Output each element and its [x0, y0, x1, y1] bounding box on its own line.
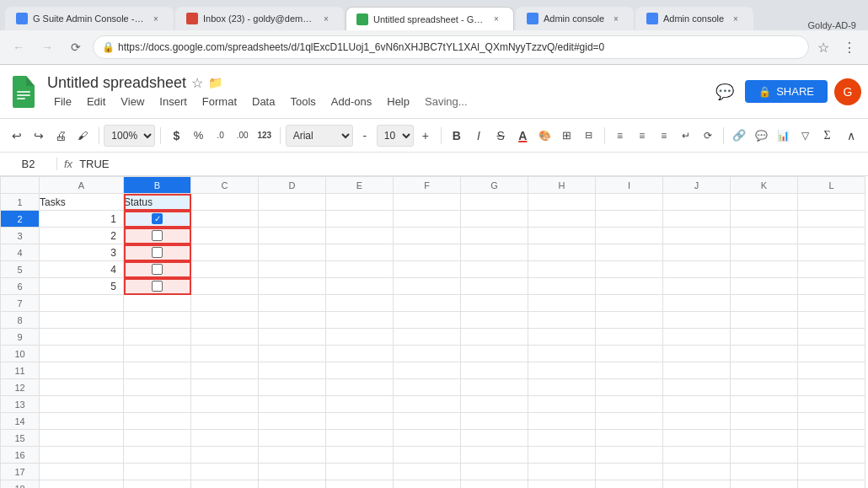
cell-l3[interactable] [798, 228, 865, 244]
cell-f3[interactable] [394, 228, 461, 244]
cell-k7[interactable] [731, 295, 798, 312]
row-header-2[interactable]: 2 [1, 211, 40, 228]
cell-e7[interactable] [326, 295, 394, 312]
cell-c3[interactable] [191, 228, 259, 244]
reload-button[interactable]: ⟳ [64, 35, 88, 59]
menu-data[interactable]: Data [245, 94, 281, 110]
checkbox-unchecked-icon-4[interactable] [152, 247, 163, 258]
row-header-1[interactable]: 1 [1, 194, 40, 211]
row-header-12[interactable]: 12 [1, 379, 40, 396]
cell-d3[interactable] [259, 228, 326, 244]
cell-j6[interactable] [663, 278, 731, 295]
row-header-13[interactable]: 13 [1, 396, 40, 413]
cell-d7[interactable] [259, 295, 326, 312]
cell-l2[interactable] [798, 211, 865, 228]
strikethrough-button[interactable]: S [490, 124, 511, 147]
cell-i6[interactable] [596, 278, 663, 295]
menu-help[interactable]: Help [380, 94, 416, 110]
redo-button[interactable]: ↪ [29, 124, 49, 147]
zoom-select[interactable]: 100% 75% 125% 150% [104, 125, 155, 147]
cell-c2[interactable] [191, 211, 259, 228]
col-header-j[interactable]: J [663, 177, 731, 194]
checkbox-b6[interactable] [124, 278, 190, 294]
row-header-17[interactable]: 17 [1, 464, 40, 480]
col-header-b[interactable]: B [124, 177, 191, 194]
undo-button[interactable]: ↩ [7, 124, 27, 147]
app-title-text[interactable]: Untitled spreadsheet [47, 74, 186, 92]
row-header-8[interactable]: 8 [1, 312, 40, 329]
cell-j3[interactable] [663, 228, 731, 244]
cell-k2[interactable] [731, 211, 798, 228]
cell-e1[interactable] [326, 194, 394, 211]
cell-h7[interactable] [528, 295, 596, 312]
row-header-9[interactable]: 9 [1, 329, 40, 346]
cell-f4[interactable] [394, 244, 461, 261]
cell-j5[interactable] [663, 261, 731, 278]
menu-tools[interactable]: Tools [283, 94, 322, 110]
expand-formula-button[interactable]: ∧ [841, 124, 861, 147]
row-header-5[interactable]: 5 [1, 261, 40, 278]
cell-i4[interactable] [596, 244, 663, 261]
cell-e6[interactable] [326, 278, 394, 295]
cell-j1[interactable] [663, 194, 731, 211]
cell-h1[interactable] [528, 194, 596, 211]
tab-admin1[interactable]: Admin console × [516, 7, 634, 30]
cell-a5[interactable]: 4 [40, 261, 124, 278]
cell-j2[interactable] [663, 211, 731, 228]
percent-button[interactable]: % [188, 124, 208, 147]
bold-button[interactable]: B [447, 124, 467, 147]
font-select[interactable]: Arial Times New Roman Courier New [286, 125, 353, 147]
cell-f2[interactable] [394, 211, 461, 228]
tab-close-admin1[interactable]: × [609, 12, 623, 25]
title-folder-icon[interactable]: 📁 [208, 76, 222, 89]
cell-b1[interactable]: Status [124, 194, 191, 211]
cell-k5[interactable] [731, 261, 798, 278]
checkbox-checked-icon[interactable] [152, 213, 163, 224]
col-header-h[interactable]: H [528, 177, 596, 194]
col-header-a[interactable]: A [40, 177, 124, 194]
function-button[interactable]: Σ [817, 124, 838, 147]
cell-f6[interactable] [394, 278, 461, 295]
highlight-button[interactable]: 🎨 [534, 124, 555, 147]
menu-insert[interactable]: Insert [153, 94, 194, 110]
cell-h3[interactable] [528, 228, 596, 244]
menu-addons[interactable]: Add-ons [324, 94, 378, 110]
cell-g2[interactable] [461, 211, 528, 228]
grid-wrapper[interactable]: A B C D E F G H I J K L 1 Tas [0, 176, 868, 488]
address-input[interactable]: 🔒 https://docs.google.com/spreadsheets/d… [93, 35, 809, 59]
cell-d2[interactable] [259, 211, 326, 228]
merge-cells-button[interactable]: ⊟ [579, 124, 599, 147]
menu-file[interactable]: File [47, 94, 78, 110]
cell-h4[interactable] [528, 244, 596, 261]
cell-l4[interactable] [798, 244, 865, 261]
cell-g6[interactable] [461, 278, 528, 295]
cell-i3[interactable] [596, 228, 663, 244]
cell-a3[interactable]: 2 [40, 228, 124, 244]
increase-decimal-button[interactable]: .00 [233, 124, 253, 147]
tab-close-spreadsheet[interactable]: × [490, 13, 503, 26]
tab-inbox[interactable]: Inbox (23) - goldy@demo.g... × [175, 7, 344, 30]
cell-g4[interactable] [461, 244, 528, 261]
cell-reference-input[interactable] [7, 158, 57, 170]
cell-b3[interactable] [124, 228, 191, 244]
col-header-d[interactable]: D [259, 177, 326, 194]
row-header-18[interactable]: 18 [1, 480, 40, 489]
col-header-l[interactable]: L [798, 177, 865, 194]
font-size-decrease[interactable]: - [355, 124, 375, 147]
tab-close-admin2[interactable]: × [729, 12, 742, 25]
row-header-3[interactable]: 3 [1, 228, 40, 244]
checkbox-b3[interactable] [124, 228, 190, 244]
cell-h2[interactable] [528, 211, 596, 228]
cell-f1[interactable] [394, 194, 461, 211]
align-center-button[interactable]: ≡ [632, 124, 652, 147]
cell-e2[interactable] [326, 211, 394, 228]
cell-b6[interactable] [124, 278, 191, 295]
checkbox-unchecked-icon-5[interactable] [152, 264, 163, 275]
cell-k4[interactable] [731, 244, 798, 261]
tab-close-gsuite[interactable]: × [149, 12, 163, 25]
borders-button[interactable]: ⊞ [556, 124, 576, 147]
comment-insert-button[interactable]: 💬 [751, 124, 771, 147]
comment-button[interactable]: 💬 [711, 78, 738, 105]
col-header-k[interactable]: K [731, 177, 798, 194]
back-button[interactable]: ← [7, 35, 30, 59]
